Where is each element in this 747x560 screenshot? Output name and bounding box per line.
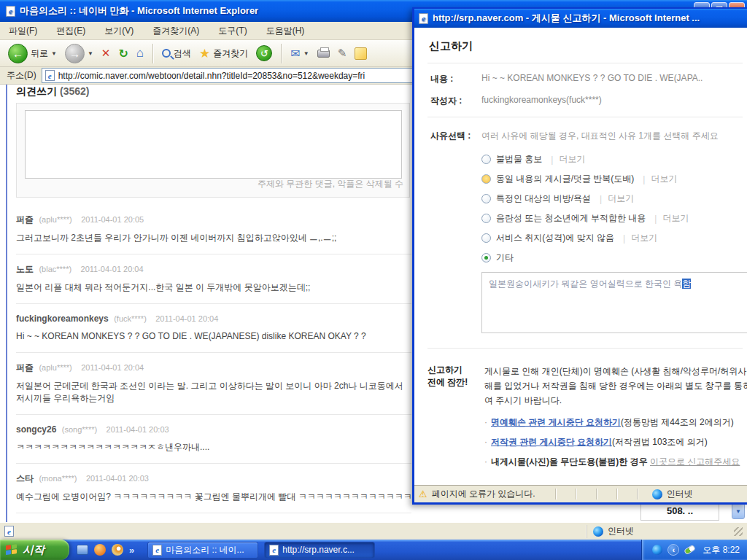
comment-meta: fuckingkoreamonkeys (fuck****) 2011-04-0… bbox=[16, 311, 411, 324]
menu-view[interactable]: 보기(V) bbox=[104, 25, 133, 37]
comment-author[interactable]: 스타 bbox=[16, 473, 34, 483]
page-error-text: 페이지에 오류가 있습니다. bbox=[432, 488, 535, 500]
quick-launch-icon-3[interactable] bbox=[112, 544, 123, 556]
comment-date: 2011-04-01 20:03 bbox=[86, 474, 149, 483]
edit-button[interactable]: ✎ bbox=[336, 46, 349, 61]
print-button[interactable] bbox=[315, 49, 332, 58]
etc-reason-textarea[interactable]: 일본원숭이새키가 뭐같은 영어실력으로 한국인 욕함 bbox=[481, 272, 747, 333]
quick-launch-icon-1[interactable] bbox=[77, 545, 88, 555]
defamation-link-row: ·명예훼손 관련 게시중단 요청하기(정통망법 제44조의 2에의거) bbox=[484, 415, 747, 429]
reason-option-obscene[interactable]: 음란성 또는 청소년에게 부적합한 내용 | 더보기 bbox=[481, 212, 727, 225]
tray-network-icon[interactable] bbox=[652, 545, 662, 555]
more-link[interactable]: 더보기 bbox=[662, 212, 689, 225]
comment-item: 이프 (el27****) 2011-04-01 20:03 그냥 2ch에서 … bbox=[16, 513, 411, 522]
radio-icon[interactable] bbox=[481, 253, 491, 262]
mail-dropdown-icon[interactable]: ▼ bbox=[303, 50, 309, 57]
radio-icon[interactable] bbox=[481, 214, 491, 223]
ime-composing-text: 함 bbox=[682, 279, 691, 289]
option-label: 동일 내용의 게시글/덧글 반복(도배) bbox=[496, 173, 634, 185]
edit-icon: ✎ bbox=[338, 47, 347, 60]
start-button[interactable]: 시작 bbox=[0, 540, 69, 560]
refresh-button[interactable]: ↻ bbox=[116, 46, 130, 61]
defamation-takedown-link[interactable]: 명예훼손 관련 게시중단 요청하기 bbox=[491, 417, 621, 427]
comment-item: 퍼즐 (aplu****) 2011-04-01 20:05 그러고보니까 2초… bbox=[16, 205, 411, 254]
back-button[interactable]: ← 뒤로 ▼ bbox=[6, 43, 59, 64]
search-button[interactable]: 검색 bbox=[160, 47, 193, 61]
comment-item: 노토 (blac****) 2011-04-01 20:04 일본어 리플 대체… bbox=[16, 254, 411, 304]
toolbar-separator bbox=[152, 44, 153, 63]
comment-item: 퍼즐 (aplu****) 2011-04-01 20:04 저일본어 군데군데… bbox=[16, 353, 411, 415]
stop-icon: ✕ bbox=[101, 47, 111, 60]
comment-list: 퍼즐 (aplu****) 2011-04-01 20:05 그러고보니까 2초… bbox=[16, 205, 411, 522]
comment-meta: 퍼즐 (aplu****) 2011-04-01 20:04 bbox=[16, 360, 411, 374]
report-window-titlebar[interactable]: e http://srp.naver.com - 게시물 신고하기 - Micr… bbox=[414, 9, 747, 28]
stop-button[interactable]: ✕ bbox=[99, 46, 113, 61]
more-separator: | bbox=[623, 233, 625, 244]
comment-author[interactable]: 퍼즐 bbox=[16, 362, 34, 373]
quick-launch-more-icon[interactable]: » bbox=[129, 545, 134, 556]
more-link[interactable]: 더보기 bbox=[631, 232, 657, 244]
plagiarism-report-link[interactable]: 이곳으로 신고해주세요 bbox=[650, 456, 740, 467]
toolbar-separator bbox=[281, 44, 282, 63]
reason-option-etc[interactable]: 기타 bbox=[481, 252, 727, 264]
mail-button[interactable]: ✉ ▼ bbox=[288, 46, 311, 61]
messenger-button[interactable] bbox=[352, 47, 369, 61]
comment-text: 그러고보니까 2초년들 우리가 안가니까 이젠 네이버까지 침입하고앉아있네 ㅡ… bbox=[16, 232, 411, 244]
report-popup-window: e http://srp.naver.com - 게시물 신고하기 - Micr… bbox=[412, 7, 747, 505]
forward-dropdown-icon[interactable]: ▼ bbox=[88, 50, 93, 57]
resize-grip[interactable] bbox=[734, 527, 743, 536]
favorites-button[interactable]: ★ 즐겨찾기 bbox=[197, 45, 250, 62]
reason-option-slander[interactable]: 특정인 대상의 비방/욕설 | 더보기 bbox=[481, 192, 727, 205]
comment-author[interactable]: fuckingkoreamonkeys bbox=[16, 314, 109, 324]
forward-button[interactable]: → ▼ bbox=[63, 43, 96, 64]
menu-tools[interactable]: 도구(T) bbox=[218, 25, 247, 37]
status-separator bbox=[596, 489, 597, 499]
comment-author[interactable]: 노토 bbox=[16, 264, 34, 274]
status-separator bbox=[616, 489, 617, 499]
windows-logo-icon bbox=[6, 543, 18, 556]
reason-option-spam[interactable]: 동일 내용의 게시글/덧글 반복(도배) | 더보기 bbox=[481, 173, 727, 185]
taskbar-button-comic-window[interactable]: e 마음의소리 :: 네이... bbox=[147, 542, 258, 559]
menu-help[interactable]: 도움말(H) bbox=[266, 25, 305, 37]
status-separator bbox=[576, 489, 576, 499]
favorites-label: 즐겨찾기 bbox=[213, 47, 248, 60]
reason-option-offtopic[interactable]: 서비스 취지(성격)에 맞지 않음 | 더보기 bbox=[481, 232, 727, 244]
tray-antivirus-icon[interactable] bbox=[684, 545, 696, 556]
report-heading: 신고하기 bbox=[429, 39, 747, 53]
author-row: 작성자 : fuckingkoreamonkeys(fuck****) bbox=[430, 95, 747, 107]
author-label: 작성자 : bbox=[430, 95, 481, 107]
tray-hide-icons-chevron[interactable]: ‹ bbox=[667, 544, 679, 556]
comment-author[interactable]: 퍼즐 bbox=[16, 214, 34, 225]
history-button[interactable]: ↺ bbox=[254, 44, 274, 62]
reason-option-illegal[interactable]: 불법물 홍보 | 더보기 bbox=[481, 153, 727, 166]
menu-file[interactable]: 파일(F) bbox=[9, 25, 37, 37]
quick-launch: » bbox=[69, 544, 142, 556]
quick-launch-icon-2[interactable] bbox=[94, 544, 106, 556]
comment-item: fuckingkoreamonkeys (fuck****) 2011-04-0… bbox=[16, 304, 411, 353]
back-dropdown-icon[interactable]: ▼ bbox=[51, 50, 57, 57]
comment-textarea[interactable] bbox=[25, 110, 402, 179]
home-button[interactable]: ⌂ bbox=[134, 45, 146, 61]
scrollbar-down-button[interactable]: ▼ bbox=[732, 503, 745, 519]
radio-icon[interactable] bbox=[481, 233, 491, 243]
menu-favorites[interactable]: 즐겨찾기(A) bbox=[152, 25, 199, 37]
notice-links: ·명예훼손 관련 게시중단 요청하기(정통망법 제44조의 2에의거) ·저작권… bbox=[484, 415, 747, 469]
report-status-bar: ⚠ 페이지에 오류가 있습니다. 인터넷 bbox=[414, 485, 747, 502]
radio-icon[interactable] bbox=[481, 194, 491, 203]
copyright-takedown-link[interactable]: 저작권 관련 게시중단 요청하기 bbox=[491, 437, 612, 447]
menu-edit[interactable]: 편집(E) bbox=[56, 25, 85, 37]
comment-text: 저일본어 군데군데 한국과 조선인 이라는 말. 그리고 이상하다는 말이 보이… bbox=[16, 380, 411, 405]
comment-author-id: (aplu****) bbox=[39, 215, 71, 224]
more-link[interactable]: 더보기 bbox=[608, 192, 634, 205]
taskbar-button-report-window[interactable]: e http://srp.naver.c... bbox=[264, 542, 375, 559]
comment-text: 예수그림에 오병이어임? ㅋㅋㅋㅋㅋㅋㅋㅋㅋ 꽃그림엔 물뿌리개에 빨대 ㅋㅋㅋ… bbox=[16, 491, 411, 503]
more-link[interactable]: 더보기 bbox=[559, 153, 585, 166]
notice-body-line: 해를 입었거나 저작권을 침해 당한 경우에는 아래의 별도 창구를 통하 bbox=[484, 378, 747, 393]
comment-author-id: (mona****) bbox=[39, 474, 77, 483]
comment-author[interactable]: songcy26 bbox=[16, 424, 56, 435]
radio-icon[interactable] bbox=[481, 174, 491, 184]
notice-body-line: 게시물로 인해 개인(단체)이 명예훼손 (사생활 침해/악성루머/허위사 bbox=[484, 364, 747, 378]
more-link[interactable]: 더보기 bbox=[651, 173, 677, 185]
comments-header-label: 의견쓰기 bbox=[16, 85, 57, 97]
radio-icon[interactable] bbox=[481, 155, 491, 164]
